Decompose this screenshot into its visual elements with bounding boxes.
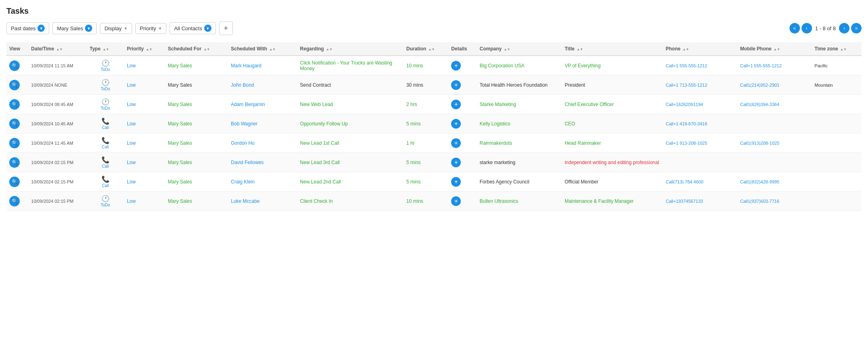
details-add-button[interactable]: + — [451, 177, 461, 187]
todo-badge: 🕐ToDo — [89, 59, 121, 72]
datetime-cell: 10/09/2024 10:45 AM — [28, 114, 87, 133]
phone-icon: 📞 — [102, 156, 110, 164]
phone-sort-icon: ▲▼ — [683, 48, 689, 51]
mobilephone-cell: Call1(832)428-9995 — [737, 172, 812, 192]
scheduledwith-cell[interactable]: Gordon Ho — [228, 133, 297, 153]
display-filter[interactable]: Display ▼ — [100, 23, 132, 34]
past-dates-chevron-icon: ▼ — [37, 25, 45, 32]
datetime-cell: 10/09/2024 11:45 AM — [28, 133, 87, 153]
th-duration[interactable]: Duration ▲▼ — [404, 42, 449, 56]
regarding-cell: Opportunity Follow Up — [297, 114, 404, 133]
call-badge: 📞Call — [89, 175, 121, 188]
mobilephone-cell: Call1(626)394-3364 — [737, 95, 812, 114]
priority-filter[interactable]: Priority ▼ — [135, 23, 166, 34]
mary-sales-label: Mary Sales — [57, 25, 83, 31]
view-icon[interactable]: 🔍 — [9, 177, 20, 187]
type-cell: 📞Call — [87, 114, 124, 133]
details-add-button[interactable]: + — [451, 119, 461, 129]
all-contacts-filter[interactable]: All Contacts ▼ — [170, 22, 215, 34]
scheduledwith-cell[interactable]: Mark Haugard — [228, 56, 297, 75]
scheduledwith-sort-icon: ▲▼ — [269, 48, 276, 51]
th-scheduledfor[interactable]: Scheduled For ▲▼ — [165, 42, 228, 56]
view-icon[interactable]: 🔍 — [9, 138, 20, 148]
details-add-button[interactable]: + — [451, 61, 461, 71]
past-dates-filter[interactable]: Past dates ▼ — [6, 22, 49, 34]
th-phone[interactable]: Phone ▲▼ — [663, 42, 737, 56]
view-icon[interactable]: 🔍 — [9, 99, 20, 110]
th-type[interactable]: Type ▲▼ — [87, 42, 124, 56]
title-cell: independent writing and editing professi… — [562, 153, 663, 172]
th-datetime[interactable]: Date/Time ▲▼ — [28, 42, 87, 56]
view-cell: 🔍 — [6, 56, 28, 75]
all-contacts-label: All Contacts — [174, 25, 202, 31]
scheduledwith-cell[interactable]: John Bond — [228, 75, 297, 95]
th-mobilephone[interactable]: Mobile Phone ▲▼ — [737, 42, 812, 56]
priority-cell: Low — [124, 172, 165, 192]
next-page-button[interactable]: › — [839, 23, 849, 33]
regarding-cell: New Web Lead — [297, 95, 404, 114]
phone-cell: Call+19374567133 — [663, 192, 737, 211]
todo-label: ToDo — [101, 106, 110, 110]
view-icon[interactable]: 🔍 — [9, 80, 20, 90]
company-sort-icon: ▲▼ — [504, 48, 510, 51]
clock-icon: 🕐 — [102, 59, 110, 67]
mobilephone-cell: Call+1 555-555-1212 — [737, 56, 812, 75]
scheduledwith-cell[interactable]: Craig Klein — [228, 172, 297, 192]
view-cell: 🔍 — [6, 114, 28, 133]
page-title: Tasks — [6, 6, 862, 16]
view-icon[interactable]: 🔍 — [9, 119, 20, 129]
add-button[interactable]: + — [219, 21, 233, 35]
page-info: 1 - 8 of 8 — [814, 25, 837, 31]
view-cell: 🔍 — [6, 153, 28, 172]
view-icon[interactable]: 🔍 — [9, 60, 20, 71]
details-add-button[interactable]: + — [451, 158, 461, 167]
scheduledwith-cell[interactable]: Luke Mccabe — [228, 192, 297, 211]
details-add-button[interactable]: + — [451, 100, 461, 109]
timezone-cell — [812, 133, 862, 153]
company-cell: Rainmakerdots — [477, 133, 562, 153]
display-chevron-icon: ▼ — [124, 26, 128, 31]
call-badge: 📞Call — [89, 137, 121, 149]
view-cell: 🔍 — [6, 95, 28, 114]
company-cell: Kelly Logistics — [477, 114, 562, 133]
timezone-cell — [812, 114, 862, 133]
duration-cell: 30 mins — [404, 75, 449, 95]
duration-cell: 10 mins — [404, 56, 449, 75]
company-cell: Total Health Heroes Foundation — [477, 75, 562, 95]
details-add-button[interactable]: + — [451, 196, 461, 206]
last-page-button[interactable]: » — [851, 23, 862, 33]
view-icon[interactable]: 🔍 — [9, 157, 20, 168]
th-scheduledwith[interactable]: Scheduled With ▲▼ — [228, 42, 297, 56]
first-page-button[interactable]: « — [789, 23, 800, 33]
phone-cell: Call+1 555-555-1212 — [663, 56, 737, 75]
view-icon[interactable]: 🔍 — [9, 196, 20, 206]
prev-page-button[interactable]: ‹ — [802, 23, 812, 33]
th-company[interactable]: Company ▲▼ — [477, 42, 562, 56]
scheduledwith-cell[interactable]: Adam Benjamin — [228, 95, 297, 114]
call-label: Call — [102, 183, 109, 188]
th-regarding[interactable]: Regarding ▲▼ — [297, 42, 404, 56]
details-add-button[interactable]: + — [451, 138, 461, 148]
regarding-sort-icon: ▲▼ — [326, 48, 332, 51]
type-cell: 🕐ToDo — [87, 95, 124, 114]
view-cell: 🔍 — [6, 133, 28, 153]
phone-cell: Call+16262091194 — [663, 95, 737, 114]
th-priority[interactable]: Priority ▲▼ — [124, 42, 165, 56]
th-title[interactable]: Title ▲▼ — [562, 42, 663, 56]
details-cell: + — [448, 133, 476, 153]
th-timezone[interactable]: Time zone ▲▼ — [812, 42, 862, 56]
todo-badge: 🕐ToDo — [89, 79, 121, 91]
th-view: View — [6, 42, 28, 56]
timezone-cell: Mountain — [812, 75, 862, 95]
scheduledwith-cell[interactable]: David Fellowes — [228, 153, 297, 172]
scheduledfor-cell: Mary Sales — [165, 192, 228, 211]
mary-sales-filter[interactable]: Mary Sales ▼ — [52, 22, 97, 34]
priority-sort-icon: ▲▼ — [146, 48, 152, 51]
scheduledwith-cell[interactable]: Bob Wagner — [228, 114, 297, 133]
call-badge: 📞Call — [89, 117, 121, 130]
type-cell: 🕐ToDo — [87, 56, 124, 75]
details-add-button[interactable]: + — [451, 80, 461, 90]
mobilephone-cell: Call1(937)603-7716 — [737, 192, 812, 211]
duration-cell: 2 hrs — [404, 95, 449, 114]
table-header-row: View Date/Time ▲▼ Type ▲▼ Priority ▲▼ Sc… — [6, 42, 862, 56]
